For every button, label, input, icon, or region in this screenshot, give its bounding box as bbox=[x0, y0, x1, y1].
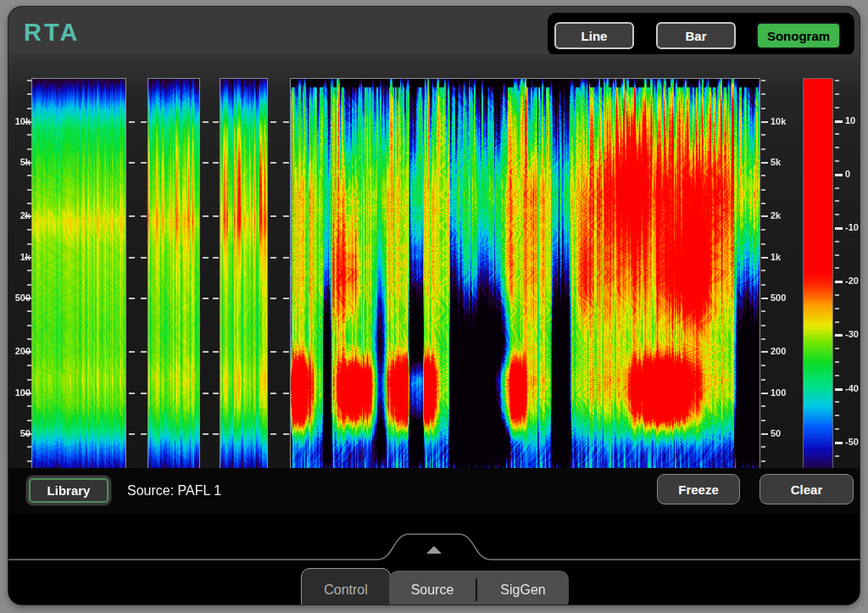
sonogram-15min-canvas bbox=[148, 79, 199, 497]
tab-source[interactable]: Source bbox=[389, 571, 476, 605]
view-button-sonogram[interactable]: Sonogram bbox=[756, 22, 841, 49]
header-bar: RTA Line Bar Sonogram bbox=[8, 7, 860, 54]
sonogram-60min-canvas bbox=[32, 79, 125, 497]
library-button[interactable]: Library bbox=[25, 475, 112, 506]
source-indicator: Source: PAFL 1 bbox=[127, 475, 221, 506]
colorbar bbox=[803, 78, 833, 498]
colorbar-canvas bbox=[804, 79, 832, 497]
drawer-tab-area: Control Source SigGen bbox=[8, 515, 860, 605]
sonogram-display: 60 Min 15 Min 5 Min dB bbox=[8, 54, 860, 515]
sonogram-panel-60min bbox=[31, 78, 126, 498]
tab-group: Source SigGen bbox=[389, 571, 569, 605]
view-mode-switch: Line Bar Sonogram bbox=[548, 13, 854, 56]
sonogram-panel-15min bbox=[147, 78, 200, 498]
sonogram-panel-5min bbox=[220, 78, 268, 498]
tab-siggen[interactable]: SigGen bbox=[477, 571, 569, 605]
rta-screen: RTA Line Bar Sonogram 60 Min bbox=[0, 0, 868, 613]
sonogram-panel-main bbox=[290, 78, 760, 498]
view-button-bar[interactable]: Bar bbox=[656, 22, 736, 49]
view-button-line[interactable]: Line bbox=[554, 22, 634, 49]
control-row: Library Source: PAFL 1 Freeze Clear bbox=[8, 468, 860, 515]
library-button-label: Library bbox=[29, 478, 108, 503]
clear-button[interactable]: Clear bbox=[760, 474, 854, 504]
rta-window: RTA Line Bar Sonogram 60 Min bbox=[8, 7, 860, 605]
sonogram-5min-canvas bbox=[220, 79, 267, 497]
app-logo: RTA bbox=[24, 19, 80, 47]
freeze-button[interactable]: Freeze bbox=[657, 474, 740, 504]
chevron-up-icon[interactable] bbox=[426, 546, 442, 554]
sonogram-main-canvas bbox=[291, 79, 760, 497]
tab-control[interactable]: Control bbox=[301, 568, 391, 605]
